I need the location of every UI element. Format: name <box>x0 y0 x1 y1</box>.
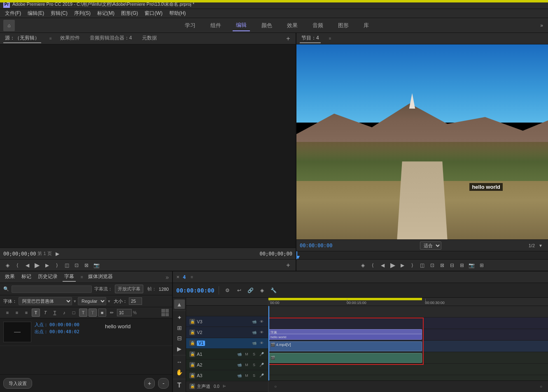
track-row-a2[interactable] <box>268 364 548 375</box>
clip-video-v1[interactable]: 🎬 4.mp4[V] <box>268 341 422 351</box>
prog-step-fwd[interactable]: ▶ <box>399 261 407 269</box>
prog-step-back[interactable]: ◀ <box>379 261 387 269</box>
track-camera-v3[interactable]: 📹 <box>251 318 257 325</box>
source-play-btn[interactable]: ▶ <box>33 261 41 269</box>
rolling-edit-btn[interactable]: ⊟ <box>174 334 185 343</box>
tl-bottom-icon-1[interactable]: ○ <box>272 383 279 390</box>
timeline-wrench-btn[interactable]: 🔧 <box>269 286 278 295</box>
menu-help[interactable]: 帮助(H) <box>166 9 189 18</box>
track-camera-a2[interactable]: 📹 <box>236 362 243 368</box>
nav-edit[interactable]: 编辑 <box>233 20 250 31</box>
source-next-frame-icon[interactable]: ⟩ <box>53 261 61 269</box>
subtitle-search-input[interactable] <box>12 285 92 293</box>
font-name-select[interactable]: 阿里巴巴普惠体 <box>19 297 72 305</box>
source-page-next-btn[interactable]: ▶ <box>54 250 62 258</box>
source-step-fwd-icon[interactable]: ▶ <box>43 261 51 269</box>
remove-subtitle-button[interactable]: - <box>158 378 169 389</box>
tab-effects[interactable]: 效果 <box>3 272 16 282</box>
clip-audio-a1[interactable]: 🎬 <box>268 353 422 363</box>
nav-assembly[interactable]: 组件 <box>207 20 224 31</box>
select-tool-btn[interactable]: ▲ <box>174 299 185 309</box>
track-lock-master[interactable]: 🔒 <box>189 383 195 389</box>
tab-subtitles[interactable]: 字幕 <box>63 272 76 282</box>
nav-graphics[interactable]: 图形 <box>335 20 352 31</box>
clip-hello-world[interactable]: hello world <box>268 334 422 340</box>
track-row-v3[interactable] <box>268 318 548 329</box>
nav-color[interactable]: 颜色 <box>258 20 275 31</box>
prog-next[interactable]: ⟩ <box>408 261 417 269</box>
track-mute-a2[interactable]: M <box>243 362 250 368</box>
prog-play-btn[interactable]: ▶ <box>389 261 397 269</box>
pencil-icon[interactable]: ✏ <box>107 308 116 317</box>
align-right-btn[interactable]: ≡ <box>22 308 30 317</box>
source-mark-in-icon[interactable]: ◈ <box>3 261 12 269</box>
italic-btn[interactable]: T <box>41 308 49 317</box>
track-mute-a1[interactable]: M <box>243 351 250 357</box>
text-T-icon[interactable]: T <box>79 308 87 317</box>
prog-mark-out[interactable]: ◫ <box>418 261 427 269</box>
track-mic-a2[interactable]: 🎤 <box>258 362 265 368</box>
source-insert-icon[interactable]: ⊡ <box>72 261 81 269</box>
nav-library[interactable]: 库 <box>360 20 372 31</box>
timeline-close-icon[interactable]: ✕ <box>176 275 180 279</box>
tab-history[interactable]: 历史记录 <box>36 272 59 282</box>
source-overwrite-icon[interactable]: ⊠ <box>82 261 91 269</box>
timeline-ripple-btn[interactable]: ↩ <box>235 286 244 295</box>
track-select-btn[interactable]: ▶ <box>174 344 185 353</box>
track-lock-v2[interactable]: 🔒 <box>189 329 195 335</box>
track-lock-a1[interactable]: 🔒 <box>189 351 195 357</box>
track-camera-a3[interactable]: 📹 <box>236 372 243 379</box>
menu-graphics[interactable]: 图形(G) <box>118 9 141 18</box>
tab-source[interactable]: 源：（无剪辑） <box>3 34 41 43</box>
menu-window[interactable]: 窗口(W) <box>141 9 166 18</box>
nav-effects[interactable]: 效果 <box>284 20 301 31</box>
grid-view-toggle[interactable] <box>161 309 169 316</box>
align-left-btn[interactable]: ≡ <box>3 308 12 317</box>
track-eye-v2[interactable]: 👁 <box>258 329 265 336</box>
timeline-link-btn[interactable]: 🔗 <box>246 286 255 295</box>
tab-media-browser[interactable]: 媒体浏览器 <box>86 272 114 282</box>
timeline-keyframe-btn[interactable]: ◈ <box>258 286 267 295</box>
v1-badge[interactable]: V1 <box>197 341 205 346</box>
menu-edit[interactable]: 编辑(E) <box>24 9 47 18</box>
track-camera-v1[interactable]: 📹 <box>251 340 257 346</box>
track-lock-v1[interactable]: 🔒 <box>189 340 195 346</box>
track-mic-a3[interactable]: 🎤 <box>258 372 265 379</box>
source-mark-out-icon[interactable]: ◫ <box>63 261 71 269</box>
program-page-chevron[interactable]: ▾ <box>536 241 545 250</box>
tab-audio-mixer[interactable]: 音频剪辑混合器：4 <box>88 34 134 43</box>
prog-go-out[interactable]: ⊠ <box>438 261 446 269</box>
program-timecode[interactable]: 00:00:00:00 <box>300 243 332 248</box>
source-controls-plus[interactable]: + <box>284 261 292 269</box>
timeline-ruler[interactable]: 00:00 00:00:15:00 00:00:30:00 <box>268 298 548 306</box>
timeline-snap-btn[interactable]: ⚙ <box>223 286 232 295</box>
track-solo-a3[interactable]: S <box>251 372 257 379</box>
track-row-v1[interactable]: 🎬 4.mp4[V] <box>268 341 548 352</box>
program-fit-select[interactable]: 适合 <box>420 241 441 250</box>
track-lock-a3[interactable]: 🔒 <box>189 373 195 378</box>
timeline-timecode[interactable]: 00:00:00:00 <box>176 287 215 294</box>
program-scrubber[interactable] <box>296 251 548 259</box>
menu-marker[interactable]: 标记(M) <box>94 9 118 18</box>
nav-audio[interactable]: 音频 <box>309 20 326 31</box>
font-size-input[interactable] <box>129 297 142 305</box>
prog-more[interactable]: ⊞ <box>478 261 486 269</box>
opacity-input[interactable] <box>117 309 132 316</box>
track-mic-a1[interactable]: 🎤 <box>258 351 265 357</box>
box-icon[interactable]: □ <box>70 308 78 317</box>
source-camera-icon[interactable]: 📷 <box>92 261 100 269</box>
prog-camera[interactable]: 📷 <box>468 261 476 269</box>
razor-tool-btn[interactable]: ✦ <box>174 313 185 322</box>
highlight-btn[interactable]: ■ <box>98 308 106 317</box>
prog-prev[interactable]: ⟨ <box>369 261 377 269</box>
align-center-btn[interactable]: ≡ <box>13 308 21 317</box>
track-eye-v1[interactable]: 👁 <box>258 340 265 346</box>
prog-go-in[interactable]: ⊡ <box>428 261 436 269</box>
underline-btn[interactable]: T <box>51 308 59 317</box>
tab-effect-controls[interactable]: 效果控件 <box>58 34 82 43</box>
clip-title-v2-top[interactable]: 字幕 <box>268 329 422 334</box>
menu-file[interactable]: 文件(F) <box>2 9 24 18</box>
add-subtitle-button[interactable]: + <box>144 378 155 389</box>
tab-metadata[interactable]: 元数据 <box>140 34 159 43</box>
text-tool-btn[interactable]: T <box>174 381 185 390</box>
